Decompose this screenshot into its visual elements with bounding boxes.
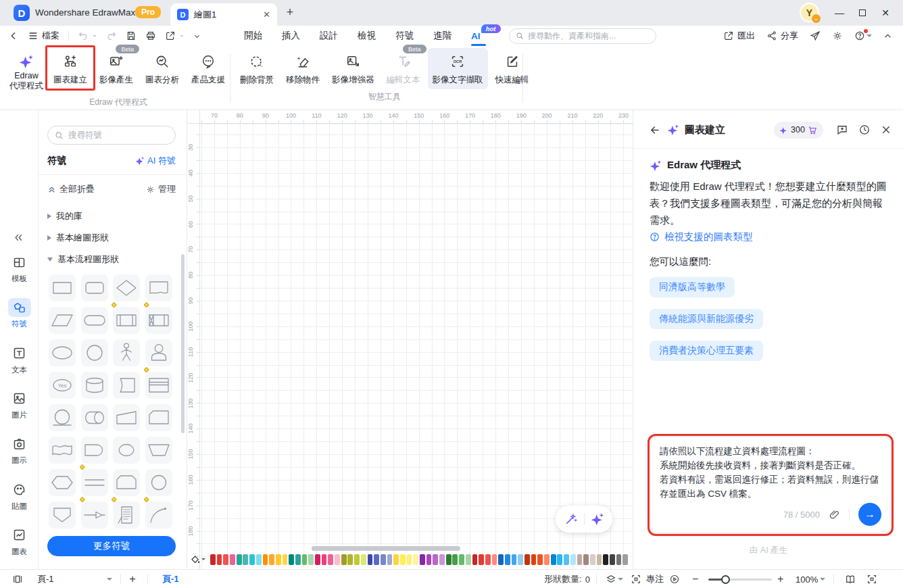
file-menu[interactable]: 檔案 xyxy=(28,30,59,42)
shape-ellipse[interactable] xyxy=(49,339,76,366)
shape-direct-data[interactable] xyxy=(81,404,108,431)
chat-input[interactable]: 請依照以下流程建立資料處理流程圖： 系統開始後先接收資料，接著判斷資料是否正確。… xyxy=(660,444,883,504)
palette-swatch[interactable] xyxy=(283,554,288,565)
back-icon[interactable] xyxy=(8,30,19,41)
global-search[interactable] xyxy=(509,28,656,44)
palette-swatch[interactable] xyxy=(557,554,562,565)
attachment-paperclip-icon[interactable] xyxy=(829,509,840,520)
ribbon-button-image-generate[interactable]: Beta影像產生 xyxy=(95,48,138,89)
help-button[interactable] xyxy=(854,30,872,41)
palette-swatch[interactable] xyxy=(243,554,248,565)
shape-hexagon[interactable] xyxy=(49,469,76,496)
shape-rectangle[interactable] xyxy=(49,274,76,301)
shape-person[interactable] xyxy=(113,339,140,366)
tree-item[interactable]: 基本流程圖形狀 xyxy=(47,253,119,266)
palette-swatch[interactable] xyxy=(335,554,340,565)
export-file-icon[interactable] xyxy=(165,30,176,41)
ribbon-button-remove-object[interactable]: 移除物件 xyxy=(281,48,324,89)
palette-swatch[interactable] xyxy=(374,554,379,565)
sidebar-item-picture[interactable]: 圖片 xyxy=(0,389,39,420)
close-tab-icon[interactable]: ✕ xyxy=(263,9,270,20)
send-plane-icon[interactable] xyxy=(810,30,821,41)
menu-item[interactable]: 開始 xyxy=(244,30,262,42)
undo-icon[interactable] xyxy=(78,30,89,41)
menu-item[interactable]: 插入 xyxy=(282,30,300,42)
shape-delay[interactable] xyxy=(81,437,108,464)
palette-swatch[interactable] xyxy=(505,554,510,565)
focus-frame-icon[interactable] xyxy=(631,570,641,588)
undo-caret-icon[interactable] xyxy=(92,33,97,39)
shape-display[interactable] xyxy=(113,437,140,464)
ribbon-button-ocr[interactable]: OCR影像文字擷取 xyxy=(428,48,488,89)
shape-table[interactable] xyxy=(145,372,172,399)
sidebar-item-chart[interactable]: 圖表 xyxy=(0,526,39,557)
document-tab[interactable]: D 繪圖1 ✕ xyxy=(170,3,277,26)
presentation-play-icon[interactable] xyxy=(669,570,680,588)
ai-sparkle-icon[interactable] xyxy=(591,512,604,526)
ribbon-button-remove-background[interactable]: 刪除背景 xyxy=(235,48,278,89)
shape-text-block[interactable] xyxy=(113,501,140,529)
save-icon[interactable] xyxy=(126,30,137,41)
toolbar-more-icon[interactable] xyxy=(193,32,201,40)
ribbon-button-edraw-agent[interactable]: Edraw代理程式 xyxy=(7,48,46,95)
palette-swatch[interactable] xyxy=(518,554,523,565)
symbol-search-input[interactable] xyxy=(68,130,168,140)
cart-icon[interactable] xyxy=(808,125,818,135)
shape-manual-operation[interactable] xyxy=(145,437,172,464)
palette-swatch[interactable] xyxy=(610,554,615,565)
shape-rounded-rectangle[interactable] xyxy=(81,274,108,301)
palette-swatch[interactable] xyxy=(400,554,406,565)
sidebar-item-template[interactable]: 模板 xyxy=(0,253,39,284)
palette-swatch[interactable] xyxy=(237,554,242,565)
zoom-slider-knob[interactable] xyxy=(721,575,730,584)
palette-swatch[interactable] xyxy=(393,554,399,565)
shape-yes-oval[interactable]: Yes xyxy=(49,372,76,399)
palette-swatch[interactable] xyxy=(420,554,425,565)
sidebar-item-symbols[interactable]: 符號 xyxy=(0,298,39,329)
shape-user[interactable] xyxy=(145,339,172,366)
palette-swatch[interactable] xyxy=(512,554,517,565)
shape-off-page[interactable] xyxy=(49,501,76,529)
palette-swatch[interactable] xyxy=(472,554,478,565)
pan-mode-icon[interactable] xyxy=(845,570,856,588)
palette-swatch[interactable] xyxy=(597,554,602,565)
menu-item[interactable]: 符號 xyxy=(395,30,414,42)
palette-swatch[interactable] xyxy=(452,554,458,565)
shape-double-line[interactable] xyxy=(81,469,108,496)
shape-internal-storage[interactable] xyxy=(145,307,172,334)
palette-swatch[interactable] xyxy=(276,554,281,565)
print-icon[interactable] xyxy=(145,30,156,41)
shape-manual-input[interactable] xyxy=(113,469,140,496)
palette-swatch[interactable] xyxy=(570,554,576,565)
palette-swatch[interactable] xyxy=(387,554,393,565)
canvas[interactable] xyxy=(200,124,633,569)
export-caret-icon[interactable] xyxy=(179,33,185,39)
shape-wave-band[interactable] xyxy=(49,437,76,464)
collapse-panel-icon[interactable] xyxy=(13,232,24,243)
palette-swatch[interactable] xyxy=(537,554,543,565)
sidebar-item-text[interactable]: 文本 xyxy=(0,344,39,375)
shape-document[interactable] xyxy=(145,274,172,301)
palette-swatch[interactable] xyxy=(308,554,314,565)
palette-swatch[interactable] xyxy=(341,554,347,565)
palette-swatch[interactable] xyxy=(551,554,556,565)
minimize-button[interactable]: — xyxy=(831,5,848,21)
panel-scrollbar[interactable] xyxy=(181,254,185,433)
sidebar-item-sticker[interactable]: 貼圖 xyxy=(0,481,39,512)
palette-swatch[interactable] xyxy=(347,554,353,565)
sidebar-item-icons[interactable]: 圖示 xyxy=(0,435,39,466)
palette-swatch[interactable] xyxy=(315,554,320,565)
palette-swatch[interactable] xyxy=(577,554,583,565)
supported-chart-types-link[interactable]: 檢視支援的圖表類型 xyxy=(650,230,753,243)
palette-swatch[interactable] xyxy=(564,554,569,565)
menu-item[interactable]: 檢視 xyxy=(358,30,376,42)
palette-swatch[interactable] xyxy=(381,554,386,565)
fit-screen-icon[interactable] xyxy=(867,570,877,588)
redo-icon[interactable] xyxy=(106,30,117,41)
tree-item[interactable]: 基本繪圖形狀 xyxy=(47,232,109,244)
palette-swatch[interactable] xyxy=(433,554,438,565)
shape-circle-small[interactable] xyxy=(145,469,172,496)
maximize-button[interactable] xyxy=(854,5,871,21)
zoom-level-dropdown[interactable]: 100% xyxy=(796,570,825,588)
palette-swatch[interactable] xyxy=(485,554,491,565)
